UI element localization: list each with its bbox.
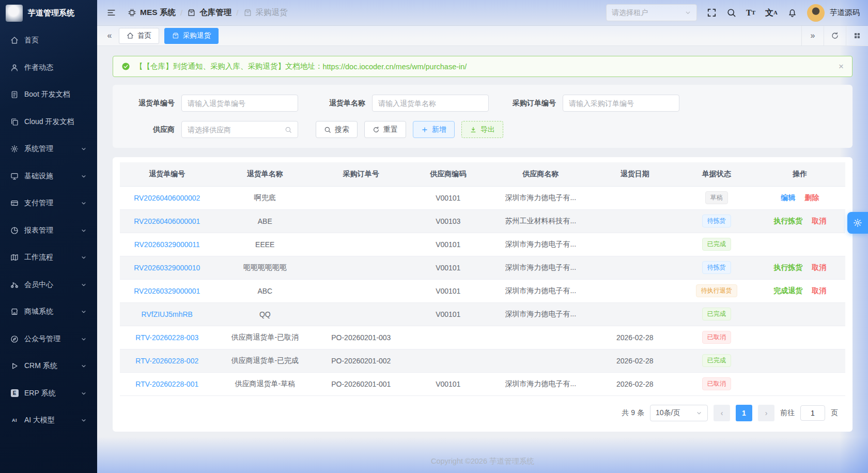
alert-doc-link[interactable]: https://doc.iocoder.cn/mes/wm/purchase-i… xyxy=(323,63,467,71)
table-row: RVfZIUJ5mhRBQQV00101深圳市海力德电子有...已完成 xyxy=(120,302,845,326)
sidebar-item-11[interactable]: 商城系统 xyxy=(0,298,97,326)
sidebar-item-14[interactable]: EERP 系统 xyxy=(0,380,97,407)
breadcrumb-item-2[interactable]: 仓库管理 xyxy=(187,7,231,18)
sidebar-item-label: Cloud 开发文档 xyxy=(24,117,87,127)
tabs-scroll-left-icon[interactable]: « xyxy=(100,31,119,40)
status-cell: 已取消 xyxy=(678,326,754,349)
action-link[interactable]: 取消 xyxy=(812,217,826,225)
sidebar-item-13[interactable]: CRM 系统 xyxy=(0,353,97,380)
return-name-cell: 呃呃呃呃呃呃 xyxy=(214,256,316,279)
action-link[interactable]: 取消 xyxy=(812,286,826,295)
page-content: 【【仓库】到货通知、采购入库、采购退货】文档地址： https://doc.io… xyxy=(97,46,868,432)
return-date-cell xyxy=(592,233,678,256)
sidebar-item-15[interactable]: AIAI 大模型 xyxy=(0,407,97,434)
page-number-1[interactable]: 1 xyxy=(736,405,752,421)
return-name-cell: QQ xyxy=(214,302,316,326)
return-name-cell: ABC xyxy=(214,279,316,302)
action-link[interactable]: 编辑 xyxy=(781,193,795,202)
sidebar-item-12[interactable]: 公众号管理 xyxy=(0,326,97,353)
sidebar-item-4[interactable]: Cloud 开发文档 xyxy=(0,109,97,136)
page-unit-label: 页 xyxy=(831,408,838,418)
action-link[interactable]: 完成退货 xyxy=(773,286,802,295)
action-link[interactable]: 执行拣货 xyxy=(773,263,802,271)
goto-page-input[interactable] xyxy=(800,405,825,421)
sidebar-item-label: 工作流程 xyxy=(24,253,81,262)
sidebar-item-7[interactable]: 支付管理 xyxy=(0,190,97,217)
prev-page-button[interactable]: ‹ xyxy=(714,405,730,421)
tab-2[interactable]: 采购退货 xyxy=(164,28,219,44)
po-no-input[interactable] xyxy=(563,95,679,112)
field-return-no: 退货单编号 xyxy=(125,95,298,112)
status-badge: 已完成 xyxy=(702,308,731,320)
user-avatar[interactable] xyxy=(807,4,825,22)
sidebar-item-3[interactable]: Boot 开发文档 xyxy=(0,81,97,109)
reset-button[interactable]: 重置 xyxy=(364,121,406,138)
app-logo[interactable]: 芋道管理系统 xyxy=(0,0,97,26)
next-page-button[interactable]: › xyxy=(758,405,774,421)
return-date-cell xyxy=(592,279,678,302)
return-no-link[interactable]: RV20260329000011 xyxy=(120,233,214,256)
username[interactable]: 芋道源码 xyxy=(830,8,860,18)
export-button[interactable]: 导出 xyxy=(461,121,503,138)
return-no-link[interactable]: RV20260329000010 xyxy=(120,256,214,279)
search-form: 退货单编号 退货单名称 采购订单编号 供应商 xyxy=(113,85,853,148)
return-name-input[interactable] xyxy=(372,95,489,112)
language-icon[interactable]: 文A xyxy=(765,9,778,17)
return-no-input[interactable] xyxy=(181,95,298,112)
breadcrumb-label: 采购退货 xyxy=(256,7,288,18)
user-icon xyxy=(10,64,19,72)
field-label: 退货单名称 xyxy=(316,99,365,108)
fullscreen-icon[interactable] xyxy=(707,8,717,18)
sidebar-item-9[interactable]: 工作流程 xyxy=(0,244,97,271)
chevron-down-icon xyxy=(81,227,87,234)
refresh-icon[interactable] xyxy=(824,26,846,45)
supplier-name-cell: 深圳市海力德电子有... xyxy=(490,256,592,279)
search-icon[interactable] xyxy=(726,8,736,18)
return-no-link[interactable]: RTV-20260228-001 xyxy=(120,372,214,395)
supplier-select-input[interactable] xyxy=(188,126,285,134)
actions-cell xyxy=(754,233,845,256)
sidebar-item-6[interactable]: 基础设施 xyxy=(0,163,97,190)
sidebar-collapse-icon[interactable] xyxy=(103,6,119,20)
return-no-link[interactable]: RV20260329000001 xyxy=(120,279,214,302)
actions-cell: 完成退货取消 xyxy=(754,279,845,302)
return-no-link[interactable]: RV20260406000002 xyxy=(120,186,214,209)
tenant-select[interactable]: 请选择租户 xyxy=(606,4,697,21)
return-no-link[interactable]: RVfZIUJ5mhRB xyxy=(120,302,214,326)
search-button[interactable]: 搜索 xyxy=(316,121,358,138)
sidebar-item-10[interactable]: 会员中心 xyxy=(0,271,97,299)
layout-grid-icon[interactable] xyxy=(846,26,868,45)
action-link[interactable]: 取消 xyxy=(812,263,826,271)
box-icon xyxy=(187,8,196,17)
breadcrumb-item-3[interactable]: 采购退货 xyxy=(243,7,288,18)
table-row: RV20260329000011EEEEV00101深圳市海力德电子有...已完… xyxy=(120,233,845,256)
alert-close-icon[interactable]: × xyxy=(839,62,844,71)
sidebar-item-label: 会员中心 xyxy=(24,280,81,289)
supplier-code-cell: V00101 xyxy=(407,372,490,395)
action-link[interactable]: 删除 xyxy=(804,193,819,202)
font-size-icon[interactable]: TT xyxy=(746,9,755,17)
sidebar-item-8[interactable]: 报表管理 xyxy=(0,217,97,245)
sidebar-item-label: 首页 xyxy=(24,36,87,45)
sidebar-item-2[interactable]: 作者动态 xyxy=(0,54,97,82)
erp-icon: E xyxy=(11,389,19,397)
sidebar-item-5[interactable]: 系统管理 xyxy=(0,135,97,163)
box-icon xyxy=(172,32,179,39)
theme-settings-button[interactable] xyxy=(847,212,868,234)
table-row: RTV-20260228-001供应商退货单-草稿PO-20260201-001… xyxy=(120,372,845,395)
page-size-select[interactable]: 10条/页 xyxy=(650,405,708,421)
sidebar-item-1[interactable]: 首页 xyxy=(0,27,97,54)
tab-1[interactable]: 首页 xyxy=(119,28,159,44)
action-link[interactable]: 执行拣货 xyxy=(773,217,802,225)
return-no-link[interactable]: RTV-20260228-003 xyxy=(120,326,214,349)
table-row: RV20260406000002啊兜底V00101深圳市海力德电子有...草稿编… xyxy=(120,186,845,209)
add-button[interactable]: 新增 xyxy=(413,121,455,138)
status-badge: 已取消 xyxy=(702,377,731,390)
return-no-link[interactable]: RTV-20260228-002 xyxy=(120,349,214,372)
bell-icon[interactable] xyxy=(787,8,797,18)
tabs-scroll-right-icon[interactable]: » xyxy=(801,26,824,45)
main-area: MES 系统/仓库管理/采购退货 请选择租户 TT 文A 芋道源码 « 首页采购… xyxy=(97,0,868,473)
return-no-link[interactable]: RV20260406000001 xyxy=(120,209,214,233)
breadcrumb-item-1[interactable]: MES 系统 xyxy=(128,7,176,18)
box-icon xyxy=(243,8,252,17)
